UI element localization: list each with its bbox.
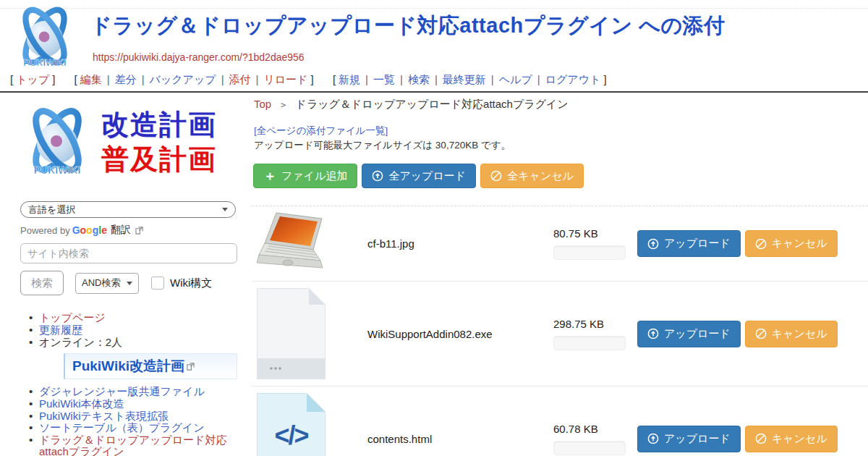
circle-arrow-up-icon [647,433,659,444]
nav-reload[interactable]: リロード [263,73,307,85]
wiki-syntax-checkbox[interactable] [151,276,164,290]
sidebar-item-update-history[interactable]: 更新履歴 [39,324,82,336]
nav-backup[interactable]: バックアップ [150,73,216,85]
nav-logout[interactable]: ログアウト [545,73,601,85]
nav-help[interactable]: ヘルプ [499,73,532,85]
circle-arrow-up-icon [647,238,659,250]
language-select[interactable]: 言語を選択 [20,201,236,218]
file-meta: 60.78 KB [553,423,626,455]
sidebar-section-heading[interactable]: PukiWiki改造計画 [64,353,237,379]
sidebar-item-dragdrop-attach-plugin[interactable]: ドラッグ＆ドロップアップロード対応attachプラグイン [39,434,227,456]
cancel-button[interactable]: キャンセル [745,426,838,452]
file-meta: 298.75 KB [553,318,626,350]
file-name: contents.html [367,433,553,445]
search-button[interactable]: 検索 [20,271,64,295]
nav-list[interactable]: 一覧 [373,73,395,85]
upload-file-list: cf-b11.jpg 80.75 KB アップロード キャンセル [252,206,868,456]
nav-group-site: [新規|一覧|検索|最終更新|ヘルプ|ログアウト] [330,73,610,85]
google-logo: Google [72,224,107,236]
top-dotted-divider [0,8,868,9]
site-slogan: 改造計画 普及計画 [101,107,217,177]
plus-icon: ＋ [263,169,276,182]
file-thumbnail: </> [257,393,326,456]
logo-brand-text: PUKIWIKI [23,57,66,68]
ban-circle-icon [755,433,767,444]
sidebar-item-core-mods[interactable]: PukiWiki本体改造 [39,397,124,410]
powered-by-text: Powered by [20,225,70,236]
breadcrumb: Top ＞ ドラッグ＆ドロップアップロード対応attachプラグイン [254,98,569,111]
site-search-input[interactable] [20,243,237,263]
site-logo[interactable]: PUKIWIKI 改造計画 普及計画 [14,106,217,178]
table-row: WikiSupportAddin082.exe 298.75 KB アップロード… [252,282,868,387]
section-heading-text: PukiWiki改造計画 [72,357,184,376]
sidebar: PUKIWIKI 改造計画 普及計画 言語を選択 Powered by Goog… [0,93,250,456]
upload-progress-bar [553,336,626,350]
list-item: ダジャレンジャー版共通ファイル [29,386,240,397]
max-upload-size-text: アップロード可能最大ファイルサイズは 30,720KB です。 [254,139,511,152]
nav-top[interactable]: トップ [16,73,49,85]
sidebar-item-sort-table-plugin[interactable]: ソートテーブル（表）プラグイン [39,421,205,434]
top-navigation: [トップ] [編集|差分|バックアップ|添付|リロード] [新規|一覧|検索|最… [7,73,620,87]
main-content: Top ＞ ドラッグ＆ドロップアップロード対応attachプラグイン [全ページ… [250,93,868,456]
file-size: 80.75 KB [553,227,626,240]
upload-toolbar: ＋ ファイル追加 全アップロード 全キャンセル [253,164,584,188]
nav-recent[interactable]: 最終更新 [443,73,486,85]
nav-new[interactable]: 新規 [339,73,360,85]
nav-diff[interactable]: 差分 [115,73,137,85]
upload-progress-bar [553,245,626,260]
translate-label: 翻訳 [111,224,131,237]
upload-button[interactable]: アップロード [637,321,741,347]
table-row: cf-b11.jpg 80.75 KB アップロード キャンセル [252,206,868,282]
file-name: cf-b11.jpg [367,237,553,250]
file-meta: 80.75 KB [553,227,626,260]
file-name: WikiSupportAddin082.exe [367,328,553,340]
slogan-line-1: 改造計画 [101,107,217,142]
file-thumbnail [257,288,326,379]
cancel-button[interactable]: キャンセル [745,321,838,347]
code-glyph: </> [257,421,326,451]
add-files-button[interactable]: ＋ ファイル追加 [253,164,357,188]
breadcrumb-home-link[interactable]: Top [254,98,271,110]
nav-attach[interactable]: 添付 [229,73,251,85]
language-select-value: 言語を選択 [28,203,75,216]
pukiwiki-atom-logo[interactable]: PUKIWIKI [9,3,81,69]
list-item: トップページ [29,312,239,324]
logo-brand-text: PUKIWIKI [34,164,81,176]
upload-button[interactable]: アップロード [637,230,741,257]
sidebar-item-top-page[interactable]: トップページ [39,311,106,324]
online-count-text: オンライン：2人 [39,336,122,348]
sidebar-links: ダジャレンジャー版共通ファイル PukiWiki本体改造 PukiWikiテキス… [29,386,240,456]
page-header: PUKIWIKI ドラッグ＆ドロップアップロード対応attachプラグイン への… [0,0,868,93]
file-thumbnail [257,211,326,277]
all-pages-attachment-list-link[interactable]: [全ページの添付ファイル一覧] [254,124,388,138]
list-item: オンライン：2人 [29,337,239,348]
cancel-all-button[interactable]: 全キャンセル [480,164,584,188]
chevron-down-icon [222,208,228,211]
nav-group-top: [トップ] [7,73,58,85]
page-title: ドラッグ＆ドロップアップロード対応attachプラグイン への添付 [90,12,726,41]
nav-group-page: [編集|差分|バックアップ|添付|リロード] [72,73,317,85]
wiki-syntax-label: Wiki構文 [170,276,212,290]
page-url-link[interactable]: https://pukiwiki.dajya-ranger.com/?1bd2d… [93,51,305,63]
search-controls: 検索 AND検索 Wiki構文 [20,271,212,295]
search-mode-select[interactable]: AND検索 [75,273,139,294]
upload-all-button[interactable]: 全アップロード [362,164,476,188]
cancel-button[interactable]: キャンセル [745,230,838,257]
sidebar-item-text-extension[interactable]: PukiWikiテキスト表現拡張 [39,410,169,422]
ban-circle-icon [490,170,502,182]
nav-search[interactable]: 検索 [408,73,430,85]
list-item: 更新履歴 [29,324,239,336]
sidebar-item-common-files[interactable]: ダジャレンジャー版共通ファイル [39,385,205,397]
file-actions: アップロード キャンセル [637,230,838,257]
chevron-down-icon [127,282,132,285]
upload-button[interactable]: アップロード [637,426,741,452]
circle-arrow-up-icon [647,328,659,339]
file-size: 298.75 KB [553,318,626,330]
laptop-photo-thumbnail [257,211,326,274]
file-actions: アップロード キャンセル [637,321,838,347]
file-actions: アップロード キャンセル [637,426,838,452]
external-link-icon [187,363,195,371]
sidebar-quick-links: トップページ 更新履歴 オンライン：2人 [29,312,239,348]
nav-edit[interactable]: 編集 [80,73,102,85]
list-item: ドラッグ＆ドロップアップロード対応attachプラグイン [29,434,240,456]
